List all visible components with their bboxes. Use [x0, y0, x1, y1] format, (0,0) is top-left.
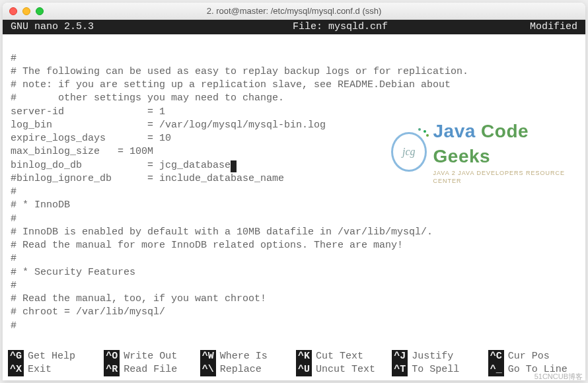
nano-status: Modified	[498, 20, 577, 34]
shortcut-replace[interactable]: ^\Replace	[200, 363, 292, 376]
line: # other settings you may need to change.	[11, 92, 284, 104]
kbd-icon: ^\	[200, 363, 216, 376]
line: #binlog_ignore_db = include_database_nam…	[11, 173, 284, 184]
editor-content[interactable]: # # The following can be used as easy to…	[3, 34, 585, 348]
kbd-icon: ^_	[488, 363, 504, 376]
line: # note: if you are setting up a replicat…	[11, 79, 451, 90]
shortcut-uncut[interactable]: ^UUncut Text	[296, 363, 388, 376]
nano-shortcuts: ^GGet Help ^OWrite Out ^WWhere Is ^KCut …	[3, 349, 585, 381]
line: # The following can be used as easy to r…	[11, 66, 468, 77]
line: # * InnoDB	[11, 199, 70, 211]
kbd-icon: ^U	[296, 363, 312, 376]
shortcut-spell[interactable]: ^TTo Spell	[392, 363, 484, 376]
nano-version: GNU nano 2.5.3	[11, 20, 182, 34]
window-controls	[9, 7, 44, 15]
kbd-icon: ^K	[296, 350, 312, 363]
line: server-id = 1	[11, 106, 165, 118]
line: # * Security Features	[11, 267, 135, 278]
line: #	[11, 280, 17, 291]
shortcut-justify[interactable]: ^JJustify	[392, 350, 484, 363]
titlebar[interactable]: 2. root@master: /etc/mysql/mysql.conf.d …	[3, 3, 585, 20]
line: expire_logs_days = 10	[11, 133, 171, 144]
shortcut-exit[interactable]: ^XExit	[8, 363, 100, 376]
line: #	[11, 253, 17, 264]
line: #	[11, 213, 17, 225]
line: # Read the manual, too, if you want chro…	[11, 293, 266, 304]
shortcut-writeout[interactable]: ^OWrite Out	[104, 350, 196, 363]
line: max_binlog_size = 100M	[11, 146, 153, 157]
kbd-icon: ^G	[8, 350, 24, 363]
close-icon[interactable]	[9, 7, 17, 15]
kbd-icon: ^T	[392, 363, 408, 376]
nano-file-label: File: mysqld.cnf	[182, 20, 498, 34]
kbd-icon: ^R	[104, 363, 120, 376]
minimize-icon[interactable]	[22, 7, 30, 15]
cursor-icon	[231, 160, 237, 172]
kbd-icon: ^J	[392, 350, 408, 363]
line: #	[11, 53, 17, 64]
kbd-icon: ^O	[104, 350, 120, 363]
nano-header: GNU nano 2.5.3 File: mysqld.cnf Modified	[3, 20, 585, 34]
line: # InnoDB is enabled by default with a 10…	[11, 226, 433, 238]
kbd-icon: ^W	[200, 350, 216, 363]
line: # Read the manual for more InnoDB relate…	[11, 240, 403, 251]
window-frame: 2. root@master: /etc/mysql/mysql.conf.d …	[3, 3, 585, 380]
line: #	[11, 186, 17, 197]
line: log_bin = /var/log/mysql/mysql-bin.log	[11, 120, 326, 131]
shortcut-whereis[interactable]: ^WWhere Is	[200, 350, 292, 363]
corner-credit: 51CNCUB博客	[534, 372, 583, 382]
line: #	[11, 320, 17, 331]
shortcut-curpos[interactable]: ^CCur Pos	[488, 350, 580, 363]
shortcut-cut[interactable]: ^KCut Text	[296, 350, 388, 363]
kbd-icon: ^C	[488, 350, 504, 363]
kbd-icon: ^X	[8, 363, 24, 376]
shortcut-help[interactable]: ^GGet Help	[8, 350, 100, 363]
window-title: 2. root@master: /etc/mysql/mysql.conf.d …	[3, 6, 585, 16]
line: # chroot = /var/lib/mysql/	[11, 306, 165, 318]
zoom-icon[interactable]	[36, 7, 44, 15]
terminal[interactable]: GNU nano 2.5.3 File: mysqld.cnf Modified…	[3, 20, 585, 380]
shortcut-readfile[interactable]: ^RRead File	[104, 363, 196, 376]
line: binlog_do_db = jcg_database	[11, 160, 231, 171]
